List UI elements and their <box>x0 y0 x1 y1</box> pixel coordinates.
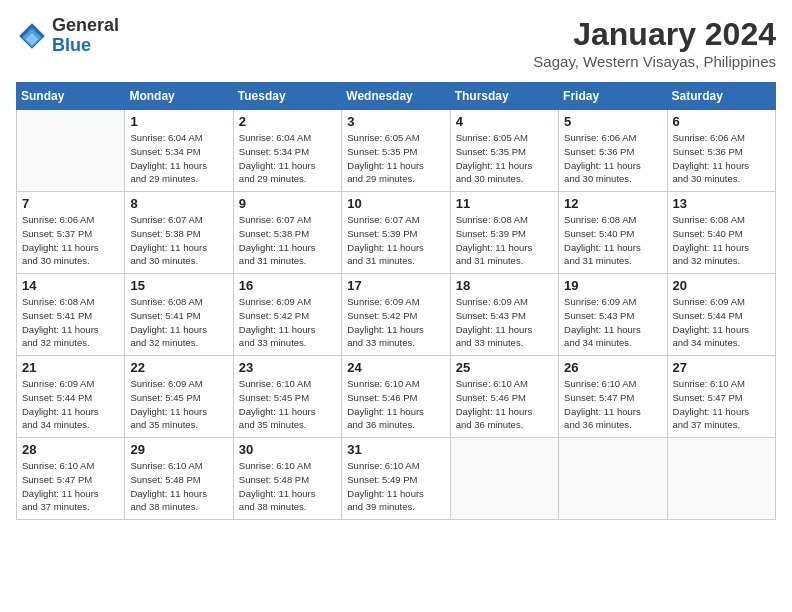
day-info: Sunrise: 6:08 AM Sunset: 5:41 PM Dayligh… <box>130 295 227 350</box>
calendar-cell: 20Sunrise: 6:09 AM Sunset: 5:44 PM Dayli… <box>667 274 775 356</box>
logo-text: General Blue <box>52 16 119 56</box>
day-number: 24 <box>347 360 444 375</box>
calendar-header-row: SundayMondayTuesdayWednesdayThursdayFrid… <box>17 83 776 110</box>
day-info: Sunrise: 6:08 AM Sunset: 5:41 PM Dayligh… <box>22 295 119 350</box>
day-info: Sunrise: 6:08 AM Sunset: 5:40 PM Dayligh… <box>673 213 770 268</box>
calendar-cell: 12Sunrise: 6:08 AM Sunset: 5:40 PM Dayli… <box>559 192 667 274</box>
day-info: Sunrise: 6:05 AM Sunset: 5:35 PM Dayligh… <box>347 131 444 186</box>
calendar-cell: 6Sunrise: 6:06 AM Sunset: 5:36 PM Daylig… <box>667 110 775 192</box>
header-saturday: Saturday <box>667 83 775 110</box>
calendar-cell: 30Sunrise: 6:10 AM Sunset: 5:48 PM Dayli… <box>233 438 341 520</box>
calendar-cell: 19Sunrise: 6:09 AM Sunset: 5:43 PM Dayli… <box>559 274 667 356</box>
day-info: Sunrise: 6:10 AM Sunset: 5:46 PM Dayligh… <box>347 377 444 432</box>
day-info: Sunrise: 6:10 AM Sunset: 5:47 PM Dayligh… <box>673 377 770 432</box>
day-number: 16 <box>239 278 336 293</box>
header-sunday: Sunday <box>17 83 125 110</box>
page-header: General Blue January 2024 Sagay, Western… <box>16 16 776 70</box>
day-info: Sunrise: 6:10 AM Sunset: 5:47 PM Dayligh… <box>22 459 119 514</box>
day-number: 26 <box>564 360 661 375</box>
day-info: Sunrise: 6:06 AM Sunset: 5:36 PM Dayligh… <box>673 131 770 186</box>
day-info: Sunrise: 6:04 AM Sunset: 5:34 PM Dayligh… <box>130 131 227 186</box>
calendar-cell: 13Sunrise: 6:08 AM Sunset: 5:40 PM Dayli… <box>667 192 775 274</box>
calendar-cell: 25Sunrise: 6:10 AM Sunset: 5:46 PM Dayli… <box>450 356 558 438</box>
calendar-cell: 9Sunrise: 6:07 AM Sunset: 5:38 PM Daylig… <box>233 192 341 274</box>
calendar-table: SundayMondayTuesdayWednesdayThursdayFrid… <box>16 82 776 520</box>
day-number: 22 <box>130 360 227 375</box>
calendar-cell <box>559 438 667 520</box>
day-info: Sunrise: 6:05 AM Sunset: 5:35 PM Dayligh… <box>456 131 553 186</box>
calendar-cell: 1Sunrise: 6:04 AM Sunset: 5:34 PM Daylig… <box>125 110 233 192</box>
day-number: 18 <box>456 278 553 293</box>
calendar-cell: 11Sunrise: 6:08 AM Sunset: 5:39 PM Dayli… <box>450 192 558 274</box>
title-block: January 2024 Sagay, Western Visayas, Phi… <box>533 16 776 70</box>
calendar-cell: 2Sunrise: 6:04 AM Sunset: 5:34 PM Daylig… <box>233 110 341 192</box>
calendar-cell <box>667 438 775 520</box>
day-number: 14 <box>22 278 119 293</box>
calendar-cell: 24Sunrise: 6:10 AM Sunset: 5:46 PM Dayli… <box>342 356 450 438</box>
day-number: 1 <box>130 114 227 129</box>
day-info: Sunrise: 6:10 AM Sunset: 5:46 PM Dayligh… <box>456 377 553 432</box>
calendar-week-4: 21Sunrise: 6:09 AM Sunset: 5:44 PM Dayli… <box>17 356 776 438</box>
day-number: 23 <box>239 360 336 375</box>
day-number: 5 <box>564 114 661 129</box>
calendar-cell: 22Sunrise: 6:09 AM Sunset: 5:45 PM Dayli… <box>125 356 233 438</box>
calendar-cell: 28Sunrise: 6:10 AM Sunset: 5:47 PM Dayli… <box>17 438 125 520</box>
calendar-cell: 18Sunrise: 6:09 AM Sunset: 5:43 PM Dayli… <box>450 274 558 356</box>
calendar-cell: 10Sunrise: 6:07 AM Sunset: 5:39 PM Dayli… <box>342 192 450 274</box>
day-info: Sunrise: 6:08 AM Sunset: 5:39 PM Dayligh… <box>456 213 553 268</box>
day-number: 4 <box>456 114 553 129</box>
calendar-cell: 5Sunrise: 6:06 AM Sunset: 5:36 PM Daylig… <box>559 110 667 192</box>
day-number: 17 <box>347 278 444 293</box>
day-info: Sunrise: 6:10 AM Sunset: 5:47 PM Dayligh… <box>564 377 661 432</box>
calendar-cell: 17Sunrise: 6:09 AM Sunset: 5:42 PM Dayli… <box>342 274 450 356</box>
day-number: 29 <box>130 442 227 457</box>
day-info: Sunrise: 6:09 AM Sunset: 5:42 PM Dayligh… <box>347 295 444 350</box>
day-number: 27 <box>673 360 770 375</box>
location-subtitle: Sagay, Western Visayas, Philippines <box>533 53 776 70</box>
day-info: Sunrise: 6:10 AM Sunset: 5:45 PM Dayligh… <box>239 377 336 432</box>
day-number: 9 <box>239 196 336 211</box>
day-number: 11 <box>456 196 553 211</box>
logo: General Blue <box>16 16 119 56</box>
day-number: 12 <box>564 196 661 211</box>
calendar-cell: 3Sunrise: 6:05 AM Sunset: 5:35 PM Daylig… <box>342 110 450 192</box>
calendar-cell: 26Sunrise: 6:10 AM Sunset: 5:47 PM Dayli… <box>559 356 667 438</box>
day-number: 25 <box>456 360 553 375</box>
day-info: Sunrise: 6:10 AM Sunset: 5:48 PM Dayligh… <box>239 459 336 514</box>
header-thursday: Thursday <box>450 83 558 110</box>
month-title: January 2024 <box>533 16 776 53</box>
day-number: 8 <box>130 196 227 211</box>
calendar-cell: 4Sunrise: 6:05 AM Sunset: 5:35 PM Daylig… <box>450 110 558 192</box>
day-info: Sunrise: 6:04 AM Sunset: 5:34 PM Dayligh… <box>239 131 336 186</box>
day-number: 2 <box>239 114 336 129</box>
day-number: 19 <box>564 278 661 293</box>
calendar-week-5: 28Sunrise: 6:10 AM Sunset: 5:47 PM Dayli… <box>17 438 776 520</box>
calendar-cell: 23Sunrise: 6:10 AM Sunset: 5:45 PM Dayli… <box>233 356 341 438</box>
day-info: Sunrise: 6:07 AM Sunset: 5:39 PM Dayligh… <box>347 213 444 268</box>
day-number: 30 <box>239 442 336 457</box>
calendar-cell: 21Sunrise: 6:09 AM Sunset: 5:44 PM Dayli… <box>17 356 125 438</box>
calendar-week-3: 14Sunrise: 6:08 AM Sunset: 5:41 PM Dayli… <box>17 274 776 356</box>
day-number: 31 <box>347 442 444 457</box>
calendar-cell: 27Sunrise: 6:10 AM Sunset: 5:47 PM Dayli… <box>667 356 775 438</box>
day-info: Sunrise: 6:09 AM Sunset: 5:43 PM Dayligh… <box>456 295 553 350</box>
calendar-cell: 14Sunrise: 6:08 AM Sunset: 5:41 PM Dayli… <box>17 274 125 356</box>
calendar-cell: 8Sunrise: 6:07 AM Sunset: 5:38 PM Daylig… <box>125 192 233 274</box>
logo-icon <box>16 20 48 52</box>
day-info: Sunrise: 6:09 AM Sunset: 5:42 PM Dayligh… <box>239 295 336 350</box>
day-info: Sunrise: 6:10 AM Sunset: 5:49 PM Dayligh… <box>347 459 444 514</box>
calendar-week-1: 1Sunrise: 6:04 AM Sunset: 5:34 PM Daylig… <box>17 110 776 192</box>
calendar-cell: 31Sunrise: 6:10 AM Sunset: 5:49 PM Dayli… <box>342 438 450 520</box>
day-number: 21 <box>22 360 119 375</box>
day-info: Sunrise: 6:07 AM Sunset: 5:38 PM Dayligh… <box>130 213 227 268</box>
day-info: Sunrise: 6:09 AM Sunset: 5:44 PM Dayligh… <box>673 295 770 350</box>
day-info: Sunrise: 6:10 AM Sunset: 5:48 PM Dayligh… <box>130 459 227 514</box>
day-number: 3 <box>347 114 444 129</box>
day-info: Sunrise: 6:09 AM Sunset: 5:44 PM Dayligh… <box>22 377 119 432</box>
calendar-cell <box>450 438 558 520</box>
calendar-cell <box>17 110 125 192</box>
header-wednesday: Wednesday <box>342 83 450 110</box>
calendar-cell: 7Sunrise: 6:06 AM Sunset: 5:37 PM Daylig… <box>17 192 125 274</box>
day-info: Sunrise: 6:07 AM Sunset: 5:38 PM Dayligh… <box>239 213 336 268</box>
calendar-week-2: 7Sunrise: 6:06 AM Sunset: 5:37 PM Daylig… <box>17 192 776 274</box>
